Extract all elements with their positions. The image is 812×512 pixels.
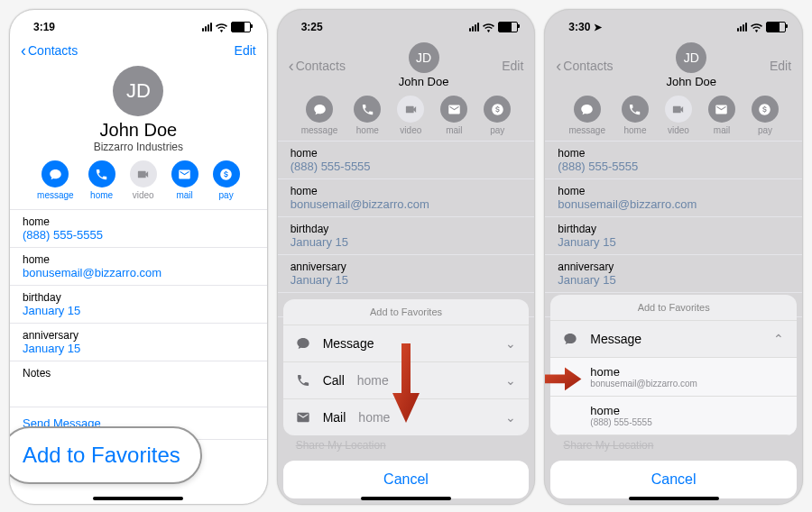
action-mail[interactable]: mail bbox=[171, 160, 198, 200]
chevron-left-icon: ‹ bbox=[289, 58, 294, 74]
sheet-title: Add to Favorites bbox=[283, 299, 530, 325]
avatar: JD bbox=[676, 42, 706, 73]
home-indicator[interactable] bbox=[93, 497, 183, 500]
callout-add-to-favorites: Add to Favorites bbox=[9, 426, 202, 484]
contact-header: JD John Doe Bizzarro Industries message … bbox=[10, 62, 267, 209]
field-birthday: birthdayJanuary 15 bbox=[278, 217, 535, 255]
field-phone[interactable]: home (888) 555-5555 bbox=[10, 210, 267, 248]
quick-actions: message home video mail pay bbox=[545, 96, 802, 135]
back-label: Contacts bbox=[296, 59, 346, 73]
back-button: ‹ Contacts bbox=[289, 58, 346, 74]
chevron-down-icon: ⌄ bbox=[505, 410, 516, 425]
action-call: home bbox=[354, 96, 381, 135]
action-message[interactable]: message bbox=[37, 160, 74, 200]
avatar: JD bbox=[113, 66, 163, 116]
share-location-hidden: Share My Location bbox=[550, 435, 797, 455]
field-phone: home(888) 555-5555 bbox=[545, 142, 802, 179]
phone-icon bbox=[88, 160, 115, 187]
quick-actions: message home video mail pay bbox=[10, 160, 267, 200]
signal-icon bbox=[469, 23, 479, 32]
status-bar: 3:19 bbox=[10, 10, 267, 39]
sheet-option-phone[interactable]: home (888) 555-5555 bbox=[550, 397, 797, 435]
annotation-arrow-down bbox=[388, 343, 424, 428]
battery-icon bbox=[766, 22, 786, 32]
status-time: 3:25 bbox=[301, 21, 323, 33]
message-icon bbox=[306, 96, 333, 123]
contact-name: John Doe bbox=[614, 75, 770, 88]
quick-actions: message home video mail pay bbox=[278, 96, 535, 135]
field-email[interactable]: home bonusemail@bizzarro.com bbox=[10, 248, 267, 286]
edit-button: Edit bbox=[502, 59, 523, 73]
phone-icon bbox=[296, 373, 310, 388]
avatar: JD bbox=[409, 42, 439, 73]
message-icon bbox=[563, 332, 577, 346]
video-icon bbox=[397, 96, 424, 123]
message-icon bbox=[574, 96, 601, 123]
video-icon bbox=[665, 96, 692, 123]
action-sheet: Add to Favorites Message ⌃ home bonusema… bbox=[545, 289, 802, 504]
pay-icon bbox=[752, 96, 779, 123]
action-pay: pay bbox=[752, 96, 779, 135]
action-video: video bbox=[665, 96, 692, 135]
field-email: homebonusemail@bizzarro.com bbox=[278, 179, 535, 217]
contact-name: John Doe bbox=[346, 75, 502, 88]
wifi-icon bbox=[216, 23, 227, 32]
status-icons bbox=[202, 22, 251, 32]
pay-icon bbox=[484, 96, 511, 123]
mail-icon bbox=[708, 96, 735, 123]
action-mail: mail bbox=[440, 96, 467, 135]
phone-icon bbox=[622, 96, 649, 123]
phone-frame-2: 3:25 ‹ Contacts JD John Doe Edit message… bbox=[277, 9, 536, 505]
edit-button: Edit bbox=[770, 59, 791, 73]
field-birthday[interactable]: birthday January 15 bbox=[10, 286, 267, 324]
contact-name: John Doe bbox=[10, 120, 267, 141]
action-pay[interactable]: pay bbox=[213, 160, 240, 200]
back-label: Contacts bbox=[563, 59, 613, 73]
action-message: message bbox=[301, 96, 338, 135]
share-location-hidden: Share My Location bbox=[283, 435, 530, 455]
phone-icon bbox=[354, 96, 381, 123]
mail-icon bbox=[296, 410, 310, 425]
edit-button[interactable]: Edit bbox=[235, 43, 256, 58]
field-phone: home(888) 555-5555 bbox=[278, 142, 535, 179]
signal-icon bbox=[737, 23, 747, 32]
field-anniversary: anniversaryJanuary 15 bbox=[278, 255, 535, 293]
status-icons bbox=[469, 22, 518, 32]
battery-icon bbox=[231, 22, 251, 32]
chevron-down-icon: ⌄ bbox=[505, 336, 516, 351]
wifi-icon bbox=[751, 23, 762, 32]
chevron-down-icon: ⌄ bbox=[505, 373, 516, 388]
status-bar: 3:30 ➤ bbox=[545, 10, 802, 39]
phone-frame-3: 3:30 ➤ ‹ Contacts JD John Doe Edit messa… bbox=[544, 9, 803, 505]
status-time: 3:30 ➤ bbox=[568, 21, 603, 33]
nav-bar: ‹ Contacts JD John Doe Edit bbox=[545, 39, 802, 92]
status-icons bbox=[737, 22, 786, 32]
sheet-row-message[interactable]: Message ⌃ bbox=[550, 321, 797, 358]
action-video[interactable]: video bbox=[130, 160, 157, 200]
action-pay: pay bbox=[484, 96, 511, 135]
action-call: home bbox=[622, 96, 649, 135]
message-icon bbox=[296, 336, 310, 351]
chevron-up-icon: ⌃ bbox=[773, 332, 784, 346]
phone-frame-1: 3:19 ‹ Contacts Edit JD John Doe Bizzarr… bbox=[9, 9, 268, 505]
home-indicator[interactable] bbox=[629, 497, 719, 500]
cancel-button[interactable]: Cancel bbox=[283, 461, 530, 498]
back-button[interactable]: ‹ Contacts bbox=[21, 42, 78, 59]
home-indicator[interactable] bbox=[361, 497, 451, 500]
field-anniversary[interactable]: anniversary January 15 bbox=[10, 324, 267, 361]
video-icon bbox=[130, 160, 157, 187]
action-call[interactable]: home bbox=[88, 160, 115, 200]
field-anniversary: anniversaryJanuary 15 bbox=[545, 255, 802, 293]
sheet-option-email[interactable]: home bonusemail@bizzarro.com bbox=[550, 358, 797, 397]
location-arrow-icon: ➤ bbox=[594, 22, 602, 32]
battery-icon bbox=[498, 22, 518, 32]
mail-icon bbox=[440, 96, 467, 123]
field-notes[interactable]: Notes bbox=[10, 361, 267, 407]
sheet-title: Add to Favorites bbox=[550, 295, 797, 321]
signal-icon bbox=[202, 23, 212, 32]
field-email: homebonusemail@bizzarro.com bbox=[545, 179, 802, 217]
annotation-arrow-right bbox=[544, 366, 583, 396]
cancel-button[interactable]: Cancel bbox=[550, 461, 797, 498]
action-mail: mail bbox=[708, 96, 735, 135]
field-birthday: birthdayJanuary 15 bbox=[545, 217, 802, 255]
